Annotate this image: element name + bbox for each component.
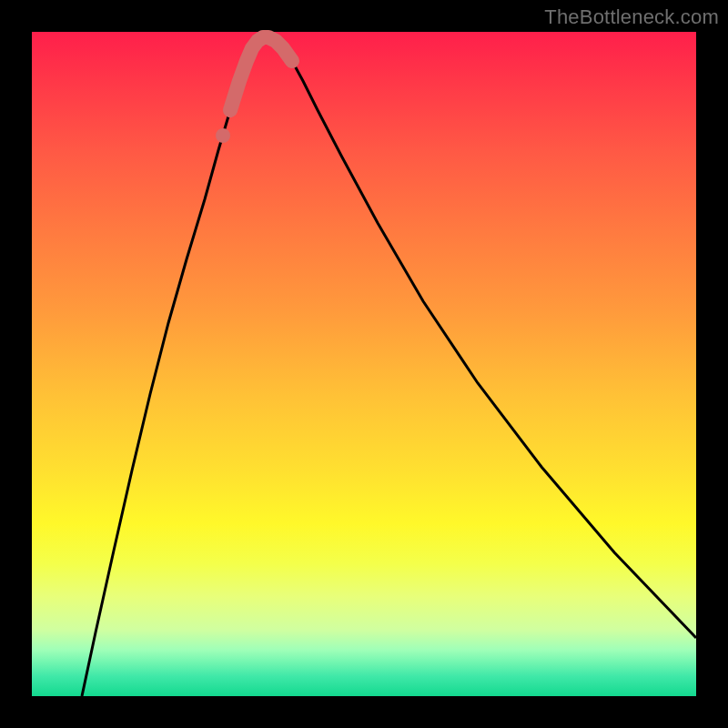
watermark-text: TheBottleneck.com	[544, 5, 719, 29]
highlight-band	[230, 37, 292, 110]
bottleneck-curve	[82, 37, 696, 696]
chart-svg-layer	[32, 32, 696, 696]
highlight-dot	[216, 128, 230, 143]
chart-frame: TheBottleneck.com	[0, 0, 728, 728]
